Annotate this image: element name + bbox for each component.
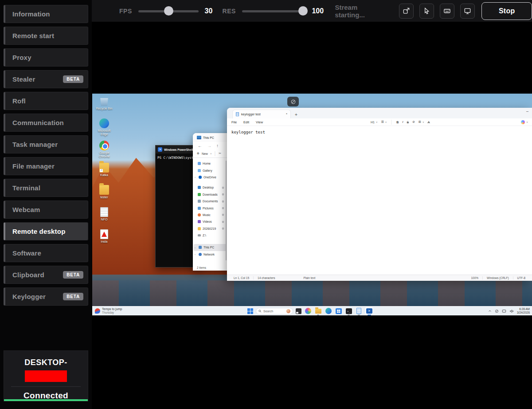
sidebar-item-remote-desktop[interactable]: Remote desktop xyxy=(4,222,88,240)
open-external-button[interactable] xyxy=(399,4,414,19)
pointer-icon xyxy=(423,7,430,15)
minimize-button[interactable]: – xyxy=(526,109,528,114)
heading-control[interactable]: H1 xyxy=(371,121,375,124)
remote-cursor-button[interactable] xyxy=(419,4,434,19)
desktop-icon-chrome[interactable]: Google Chrome xyxy=(95,141,113,160)
volume-muted-icon[interactable] xyxy=(509,309,514,313)
sidebar-item-terminal[interactable]: Terminal xyxy=(4,179,88,197)
taskbar-app-explorer[interactable] xyxy=(314,307,322,315)
sidebar-item-task-manager[interactable]: Task manager xyxy=(4,135,88,153)
taskbar-app-terminal[interactable]: >_ xyxy=(345,307,352,315)
sidebar-item-keylogger[interactable]: KeyloggerBETA xyxy=(4,287,88,306)
res-slider-track xyxy=(242,10,306,12)
remote-keyboard-button[interactable] xyxy=(440,4,454,19)
explorer-nav-music[interactable]: Music xyxy=(193,212,226,218)
desktop-icon-recycle-bin[interactable]: Recycle Bin xyxy=(95,96,113,116)
notepad-tab[interactable]: keylogger test * xyxy=(232,110,291,118)
menu-edit[interactable]: Edit xyxy=(243,120,249,124)
start-button[interactable] xyxy=(247,308,253,314)
hidden-icons-chevron[interactable] xyxy=(488,309,492,313)
copilot-icon[interactable] xyxy=(521,120,525,124)
res-slider[interactable] xyxy=(242,6,306,16)
link-button[interactable]: ⊘ xyxy=(412,120,415,124)
explorer-nav-z-drive[interactable]: Z:\ xyxy=(193,232,226,239)
monitor-icon xyxy=(464,7,471,15)
back-icon[interactable]: ← xyxy=(198,143,202,148)
sidebar-item-clipboard[interactable]: ClipboardBETA xyxy=(4,266,88,284)
notepad-text-area[interactable]: keylogger test xyxy=(227,126,532,275)
taskbar-app-edge[interactable] xyxy=(325,307,332,315)
new-item-icon[interactable]: ⊕ xyxy=(197,152,200,155)
desktop-icon-text-file[interactable]: NFO xyxy=(95,207,113,227)
new-button[interactable]: New xyxy=(202,152,208,155)
explorer-nav-onedrive[interactable]: ›OneDrive xyxy=(193,174,226,181)
taskbar-app-store[interactable] xyxy=(335,307,342,315)
taskbar-clock[interactable]: 6:28 AM 3/24/2026 xyxy=(517,307,530,315)
explorer-nav-pictures[interactable]: Pictures xyxy=(193,204,226,211)
desktop-icon-edge[interactable]: Microsoft Edge xyxy=(95,118,113,138)
fps-slider-thumb[interactable] xyxy=(164,6,173,16)
open-external-icon xyxy=(403,7,410,15)
sidebar-item-webcam[interactable]: Webcam xyxy=(4,201,88,219)
sidebar-item-file-manager[interactable]: File manager xyxy=(4,157,88,175)
explorer-nav-desktop[interactable]: Desktop xyxy=(193,184,226,191)
sidebar-item-stealer[interactable]: StealerBETA xyxy=(4,70,88,88)
stop-stream-button[interactable]: Stop xyxy=(481,2,532,20)
pdf-file-icon xyxy=(100,229,108,239)
cut-icon[interactable]: ✂ xyxy=(219,152,221,155)
notepad-tab-title: keylogger test xyxy=(241,113,284,116)
explorer-nav-folder-20260219[interactable]: 20260219 xyxy=(193,225,226,232)
menu-view[interactable]: View xyxy=(256,120,263,124)
sidebar-item-communication[interactable]: Communication xyxy=(4,114,88,132)
stop-button-label: Stop xyxy=(499,7,515,15)
sidebar-item-information[interactable]: Information xyxy=(4,5,88,23)
bold-button[interactable]: B xyxy=(396,121,399,124)
new-tab-button[interactable]: + xyxy=(295,112,297,117)
app-window: Information Remote start Proxy StealerBE… xyxy=(0,0,532,409)
explorer-nav-home[interactable]: Home xyxy=(193,160,226,167)
drive-icon xyxy=(198,234,201,236)
desktop-icon-pdf[interactable]: insta xyxy=(95,229,113,249)
remote-display-button[interactable] xyxy=(460,4,475,19)
remote-desktop-stream[interactable]: Recycle Bin Microsoft Edge Google Chrome… xyxy=(92,94,532,315)
explorer-nav-videos[interactable]: Videos xyxy=(193,218,226,225)
sidebar-item-rofl[interactable]: Rofl xyxy=(4,92,88,110)
explorer-nav-downloads[interactable]: Downloads xyxy=(193,191,226,198)
taskbar-app-notepad[interactable] xyxy=(355,307,363,315)
display-icon[interactable] xyxy=(502,309,506,313)
sidebar-item-remote-start[interactable]: Remote start xyxy=(4,27,88,45)
clear-format-button[interactable]: A xyxy=(428,121,430,124)
sidebar-item-label: Task manager xyxy=(12,141,58,148)
notepad-window[interactable]: keylogger test * + – File Edit View H1∨ … xyxy=(227,108,532,281)
task-view-icon[interactable] xyxy=(296,308,301,314)
explorer-nav-this-pc[interactable]: ›This PC xyxy=(194,244,227,251)
nav-label: Gallery xyxy=(203,169,212,172)
network-offline-icon[interactable] xyxy=(495,309,499,313)
explorer-nav-gallery[interactable]: Gallery xyxy=(193,167,226,173)
up-icon[interactable]: ↑ xyxy=(216,143,219,148)
desktop-icon-folder-shortcut[interactable]: ↗ Katka xyxy=(95,163,113,182)
taskbar-search[interactable]: Search xyxy=(256,308,293,315)
strikethrough-button[interactable]: S xyxy=(407,121,409,124)
explorer-status-items: 2 items xyxy=(197,266,206,269)
list-control[interactable]: ☰ xyxy=(381,120,384,124)
zoom-level[interactable]: 100% xyxy=(467,276,483,279)
menu-file[interactable]: File xyxy=(231,120,237,124)
explorer-nav-documents[interactable]: Documents xyxy=(193,198,226,204)
taskbar-app-photos[interactable] xyxy=(304,307,312,315)
desktop-icon-folder[interactable]: tester xyxy=(95,185,113,204)
taskbar-app-powershell[interactable]: > xyxy=(365,307,373,315)
res-slider-thumb[interactable] xyxy=(298,6,308,16)
italic-button[interactable]: I xyxy=(402,120,403,124)
sidebar-item-software[interactable]: Software xyxy=(4,244,88,262)
nav-label: Music xyxy=(203,213,211,216)
forward-icon[interactable]: → xyxy=(207,143,211,148)
nav-label: OneDrive xyxy=(203,176,216,179)
explorer-nav-network[interactable]: ›Network xyxy=(193,251,226,258)
explorer-scrollbar[interactable] xyxy=(226,161,227,260)
taskbar-weather-widget[interactable]: Temps to jump Thursday xyxy=(95,307,122,315)
sidebar-item-proxy[interactable]: Proxy xyxy=(4,48,88,67)
fps-slider[interactable] xyxy=(138,6,199,16)
table-button[interactable]: ⊞ xyxy=(419,120,421,124)
line-ending: Windows (CRLF) xyxy=(483,276,513,279)
